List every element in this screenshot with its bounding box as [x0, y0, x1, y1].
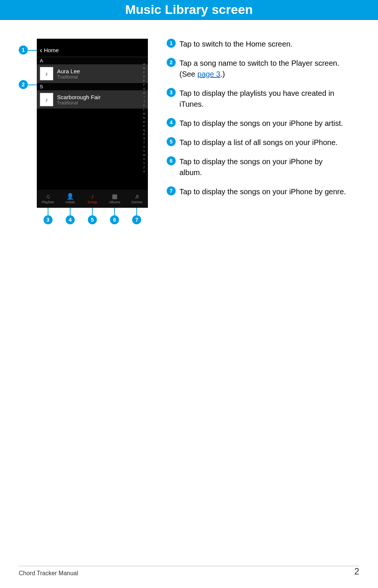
callout-bullet-7: 7 [132, 215, 141, 224]
index-letter[interactable]: K [143, 103, 145, 107]
index-letter[interactable]: F [143, 83, 145, 87]
index-letter[interactable]: V [143, 149, 145, 153]
desc-row: 1 Tap to switch to the Home screen. [167, 39, 347, 50]
index-letter[interactable]: I [144, 95, 145, 99]
page-footer: Chord Tracker Manual 2 [0, 566, 378, 577]
desc-bullet: 6 [167, 156, 176, 165]
index-letter[interactable]: B [143, 66, 145, 70]
index-letter[interactable]: # [143, 169, 145, 174]
tab-albums[interactable]: ▦ Albums [104, 190, 126, 208]
phone-mockup: ‹ Home A ♪ Aura Lee Traditional S ♪ Scar… [37, 39, 148, 208]
index-letter[interactable]: G [143, 87, 145, 91]
descriptions-column: 1 Tap to switch to the Home screen. 2 Ta… [167, 39, 347, 208]
callout-bullet-1: 1 [19, 45, 28, 54]
callout-bullet-4: 4 [66, 215, 75, 224]
callout-line-7 [136, 208, 137, 215]
tab-label: Albums [109, 200, 120, 204]
index-letter[interactable]: J [143, 99, 145, 103]
nav-back-label: Home [44, 47, 59, 53]
index-letter[interactable]: C [143, 70, 145, 74]
desc-text: Tap to display the playlists you have cr… [179, 88, 347, 110]
section-header-a: A [37, 57, 148, 65]
index-letter[interactable]: E [143, 79, 145, 83]
desc-row: 3 Tap to display the playlists you have … [167, 88, 347, 110]
song-info: Aura Lee Traditional [57, 68, 80, 80]
index-letter[interactable]: L [143, 107, 145, 112]
callout-line-4 [70, 208, 71, 215]
desc-text: Tap to display a list of all songs on yo… [179, 137, 347, 148]
tab-artists[interactable]: 👤 Artists [59, 190, 81, 208]
tab-callouts-row: 3 4 5 6 7 [37, 215, 148, 224]
song-title: Aura Lee [57, 68, 80, 74]
callout-bullet-2: 2 [19, 80, 28, 89]
tab-songs[interactable]: ♪ Songs [81, 190, 103, 208]
song-title: Scarborough Fair [57, 94, 101, 100]
song-row[interactable]: ♪ Scarborough Fair Traditional [37, 91, 148, 109]
index-letter[interactable]: Y [143, 161, 145, 165]
desc-row: 2 Tap a song name to switch to the Playe… [167, 58, 347, 80]
playlist-icon: ♫ [46, 193, 50, 200]
index-letter[interactable]: D [143, 74, 145, 79]
song-artist: Traditional [57, 100, 101, 106]
desc-text: Tap to display the songs on your iPhone … [179, 186, 347, 197]
index-letter[interactable]: A [143, 62, 145, 66]
tab-label: Playlists [42, 200, 54, 204]
tab-genres[interactable]: ♬ Genres [126, 190, 148, 208]
albums-icon: ▦ [112, 193, 117, 200]
song-info: Scarborough Fair Traditional [57, 94, 101, 106]
genres-icon: ♬ [134, 193, 139, 200]
tab-playlists[interactable]: ♫ Playlists [37, 190, 59, 208]
song-row[interactable]: ♪ Aura Lee Traditional [37, 65, 148, 83]
index-letter[interactable]: R [143, 132, 145, 136]
page-link[interactable]: page 3 [197, 70, 220, 78]
callout-line-6 [114, 208, 115, 215]
desc-bullet: 7 [167, 186, 176, 195]
song-artist: Traditional [57, 74, 80, 80]
desc-bullet: 2 [167, 58, 176, 67]
desc-text: Tap a song name to switch to the Player … [179, 58, 347, 80]
phone-column: 1 2 ‹ Home A ♪ Aura Lee Traditional S [19, 39, 148, 208]
index-letter[interactable]: H [143, 91, 145, 95]
desc-bullet: 4 [167, 118, 176, 127]
index-letter[interactable]: Q [143, 128, 145, 132]
desc-row: 7 Tap to display the songs on your iPhon… [167, 186, 347, 197]
desc-text: Tap to display the songs on your iPhone … [179, 156, 347, 178]
chevron-left-icon: ‹ [40, 46, 42, 54]
tab-label: Genres [131, 200, 143, 204]
desc-bullet: 1 [167, 39, 176, 48]
callout-line-3 [48, 208, 48, 215]
tab-bar: ♫ Playlists 👤 Artists ♪ Songs ▦ Albums ♬ [37, 190, 148, 208]
desc-bullet: 3 [167, 88, 176, 97]
callout-bullet-3: 3 [44, 215, 53, 224]
nav-bar[interactable]: ‹ Home [37, 43, 148, 57]
tab-label: Songs [87, 200, 97, 204]
page-banner: Music Library screen [0, 0, 378, 20]
desc-row: 6 Tap to display the songs on your iPhon… [167, 156, 347, 178]
tab-label: Artists [65, 200, 75, 204]
index-letter[interactable]: X [143, 157, 145, 161]
index-letter[interactable]: T [143, 141, 145, 145]
callout-bullet-6: 6 [110, 215, 119, 224]
banner-title: Music Library screen [125, 2, 253, 17]
desc-row: 5 Tap to display a list of all songs on … [167, 137, 347, 148]
music-note-icon: ♪ [40, 67, 53, 80]
callout-line-5 [92, 208, 93, 215]
desc-text: Tap to switch to the Home screen. [179, 39, 347, 50]
desc-row: 4 Tap to display the songs on your iPhon… [167, 118, 347, 129]
index-letter[interactable]: N [143, 116, 145, 120]
footer-manual-name: Chord Tracker Manual [19, 570, 78, 577]
content-area: 1 2 ‹ Home A ♪ Aura Lee Traditional S [0, 20, 378, 208]
index-letter[interactable]: M [143, 112, 146, 116]
status-bar [37, 39, 148, 43]
alpha-index[interactable]: A B C D E F G H I J K L M N O P Q R S T [141, 62, 147, 174]
index-letter[interactable]: W [143, 153, 146, 157]
index-letter[interactable]: Z [143, 165, 145, 169]
index-letter[interactable]: O [143, 120, 145, 124]
index-letter[interactable]: U [143, 145, 145, 149]
index-letter[interactable]: P [143, 124, 145, 128]
callout-bullet-5: 5 [88, 215, 97, 224]
index-letter[interactable]: S [143, 136, 145, 141]
footer-page-number: 2 [354, 566, 359, 577]
music-note-icon: ♪ [40, 93, 53, 106]
desc-text: Tap to display the songs on your iPhone … [179, 118, 347, 129]
